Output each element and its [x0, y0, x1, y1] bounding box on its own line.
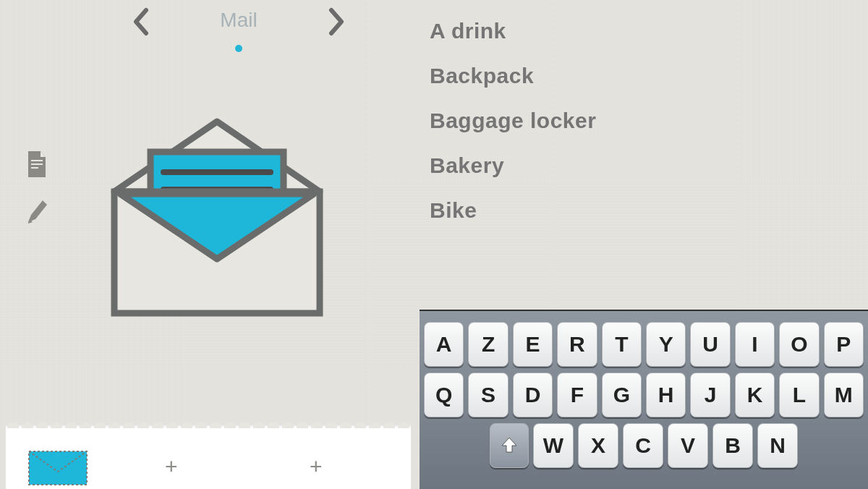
key[interactable]: Q — [424, 373, 464, 417]
key[interactable]: A — [424, 322, 464, 367]
list-item[interactable]: Baggage locker — [430, 98, 861, 143]
mail-envelope-icon — [94, 109, 340, 326]
key[interactable]: P — [824, 322, 864, 367]
keyboard-row: W X C V B N — [427, 423, 861, 468]
key[interactable]: M — [824, 373, 864, 417]
word-list: A drink Backpack Baggage locker Bakery B… — [430, 9, 861, 233]
key[interactable]: R — [557, 322, 597, 367]
key[interactable]: X — [578, 423, 618, 468]
key[interactable]: U — [690, 322, 730, 367]
svg-rect-11 — [29, 451, 87, 485]
word-search-pane: A drink Backpack Baggage locker Bakery B… — [420, 0, 868, 489]
chevron-left-icon[interactable] — [130, 7, 152, 36]
icon-picker-pane: Mail — [0, 0, 420, 489]
key[interactable]: W — [533, 423, 574, 468]
key[interactable]: O — [779, 322, 819, 367]
add-slot-button[interactable]: + — [310, 454, 323, 479]
key[interactable]: L — [779, 373, 819, 417]
key[interactable]: K — [735, 373, 775, 417]
key[interactable]: Y — [646, 322, 686, 367]
keyboard-row: Q S D F G H J K L M — [424, 373, 864, 417]
key[interactable]: S — [468, 373, 508, 417]
key[interactable]: Z — [468, 322, 508, 367]
svg-rect-2 — [31, 167, 38, 169]
list-item[interactable]: Backpack — [430, 54, 861, 98]
key[interactable]: C — [623, 423, 663, 468]
svg-rect-1 — [31, 163, 43, 165]
key[interactable]: G — [602, 373, 642, 417]
add-slot-button[interactable]: + — [165, 454, 178, 479]
side-tool-icons — [25, 141, 48, 245]
chevron-right-icon[interactable] — [326, 7, 347, 36]
list-item[interactable]: A drink — [430, 9, 861, 54]
key[interactable]: N — [757, 423, 798, 468]
keyboard-row: A Z E R T Y U I O P — [424, 322, 864, 367]
category-nav: Mail — [87, 7, 391, 51]
key[interactable]: V — [668, 423, 708, 468]
key[interactable]: J — [690, 373, 730, 417]
bottom-slot-strip: + + — [6, 425, 411, 489]
svg-rect-0 — [31, 160, 43, 161]
key[interactable]: E — [513, 322, 553, 367]
pencil-icon[interactable] — [25, 197, 48, 226]
key[interactable]: H — [646, 373, 686, 417]
list-item[interactable]: Bike — [430, 188, 861, 233]
key[interactable]: I — [735, 322, 775, 367]
list-item[interactable]: Bakery — [430, 143, 861, 188]
key[interactable]: T — [602, 322, 642, 367]
key[interactable]: F — [557, 373, 597, 417]
key[interactable]: D — [513, 373, 553, 417]
shift-key-icon[interactable] — [490, 423, 529, 468]
document-icon[interactable] — [25, 150, 48, 179]
mini-mail-icon[interactable] — [27, 446, 88, 489]
page-indicator-dot — [235, 45, 242, 52]
category-title: Mail — [220, 9, 257, 32]
key[interactable]: B — [712, 423, 753, 468]
onscreen-keyboard: A Z E R T Y U I O P Q S D F G H J K L M — [420, 310, 868, 489]
